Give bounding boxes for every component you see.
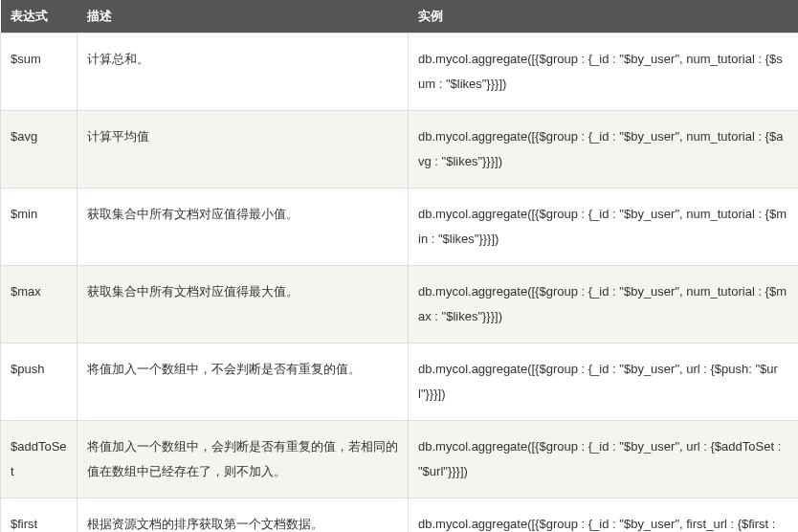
table-row: $avg 计算平均值 db.mycol.aggregate([{$group :… bbox=[1, 111, 799, 188]
cell-expression: $avg bbox=[1, 111, 78, 188]
cell-example: db.mycol.aggregate([{$group : {_id : "$b… bbox=[409, 188, 799, 266]
cell-expression: $addToSet bbox=[1, 421, 78, 499]
table-row: $push 将值加入一个数组中，不会判断是否有重复的值。 db.mycol.ag… bbox=[1, 344, 799, 421]
header-description: 描述 bbox=[78, 0, 409, 33]
cell-example: db.mycol.aggregate([{$group : {_id : "$b… bbox=[409, 266, 799, 344]
table-row: $sum 计算总和。 db.mycol.aggregate([{$group :… bbox=[1, 33, 799, 111]
cell-example: db.mycol.aggregate([{$group : {_id : "$b… bbox=[409, 33, 799, 111]
cell-expression: $first bbox=[1, 499, 78, 533]
cell-example: db.mycol.aggregate([{$group : {_id : "$b… bbox=[409, 421, 799, 499]
table-row: $addToSet 将值加入一个数组中，会判断是否有重复的值，若相同的值在数组中… bbox=[1, 421, 799, 499]
table-row: $min 获取集合中所有文档对应值得最小值。 db.mycol.aggregat… bbox=[1, 188, 799, 266]
cell-description: 计算总和。 bbox=[78, 33, 409, 111]
cell-description: 将值加入一个数组中，会判断是否有重复的值，若相同的值在数组中已经存在了，则不加入… bbox=[78, 421, 409, 499]
cell-description: 获取集合中所有文档对应值得最大值。 bbox=[78, 266, 409, 344]
cell-example: db.mycol.aggregate([{$group : {_id : "$b… bbox=[409, 499, 799, 533]
cell-description: 获取集合中所有文档对应值得最小值。 bbox=[78, 188, 409, 266]
table-header-row: 表达式 描述 实例 bbox=[1, 0, 799, 33]
cell-example: db.mycol.aggregate([{$group : {_id : "$b… bbox=[409, 344, 799, 421]
cell-description: 根据资源文档的排序获取第一个文档数据。 bbox=[78, 499, 409, 533]
cell-example: db.mycol.aggregate([{$group : {_id : "$b… bbox=[409, 111, 799, 188]
table-row: $first 根据资源文档的排序获取第一个文档数据。 db.mycol.aggr… bbox=[1, 499, 799, 533]
cell-description: 计算平均值 bbox=[78, 111, 409, 188]
cell-expression: $sum bbox=[1, 33, 78, 111]
cell-description: 将值加入一个数组中，不会判断是否有重复的值。 bbox=[78, 344, 409, 421]
table-row: $max 获取集合中所有文档对应值得最大值。 db.mycol.aggregat… bbox=[1, 266, 799, 344]
header-example: 实例 bbox=[409, 0, 799, 33]
cell-expression: $push bbox=[1, 344, 78, 421]
cell-expression: $min bbox=[1, 188, 78, 266]
cell-expression: $max bbox=[1, 266, 78, 344]
header-expression: 表达式 bbox=[1, 0, 78, 33]
aggregate-operators-table: 表达式 描述 实例 $sum 计算总和。 db.mycol.aggregate(… bbox=[0, 0, 798, 532]
